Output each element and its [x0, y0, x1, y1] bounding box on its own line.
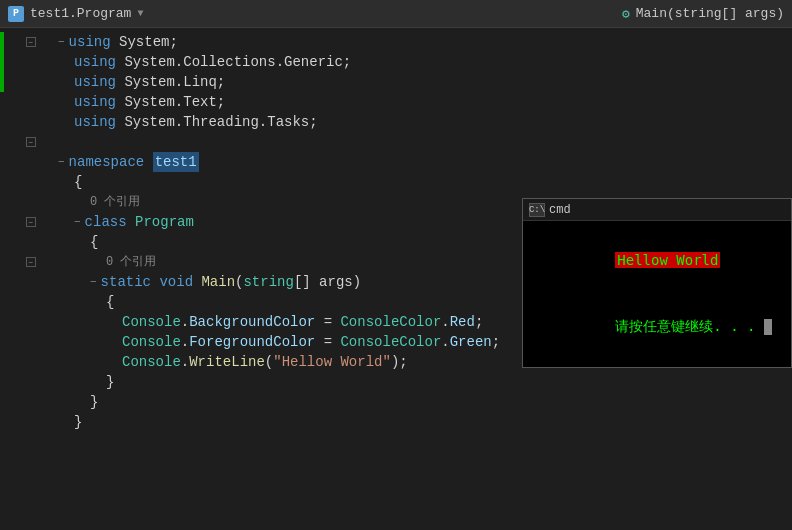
gutter-line-18	[0, 372, 38, 392]
code-area[interactable]: −using System; using System.Collections.…	[38, 28, 792, 530]
title-bar: P test1.Program ▼ ⚙ Main(string[] args)	[0, 0, 792, 28]
method-label: Main(string[] args)	[636, 6, 784, 21]
gutter-line-10: −	[0, 212, 38, 232]
code-line-7: −namespace test1	[38, 152, 792, 172]
terminal-cursor	[764, 319, 772, 335]
gutter-line-13	[0, 272, 38, 292]
terminal-window: C:\ cmd Hellow World 请按任意键继续. . .	[522, 198, 792, 368]
gutter-line-12: −	[0, 252, 38, 272]
gutter-line-2	[0, 52, 38, 72]
gutter-line-1: −	[0, 32, 38, 52]
terminal-press-text: 请按任意键继续. . .	[615, 318, 764, 334]
terminal-hello-text: Hellow World	[615, 252, 720, 268]
editor-area: − − − − −using System;	[0, 28, 792, 530]
code-line-8: {	[38, 172, 792, 192]
collapse-btn-10[interactable]: −	[26, 217, 36, 227]
code-line-6	[38, 132, 792, 152]
code-line-4: using System.Text;	[38, 92, 792, 112]
gutter-line-6: −	[0, 132, 38, 152]
collapse-btn-6[interactable]: −	[26, 137, 36, 147]
terminal-content: Hellow World 请按任意键继续. . .	[523, 221, 791, 367]
code-line-3: using System.Linq;	[38, 72, 792, 92]
gutter-line-21	[0, 432, 38, 452]
code-line-20: }	[38, 412, 792, 432]
program-icon: P	[8, 6, 24, 22]
gutter-line-7	[0, 152, 38, 172]
gutter-line-3	[0, 72, 38, 92]
code-line-2: using System.Collections.Generic;	[38, 52, 792, 72]
code-line-1: −using System;	[38, 32, 792, 52]
gutter-line-15	[0, 312, 38, 332]
gutter-line-16	[0, 332, 38, 352]
scroll-indicator	[0, 32, 4, 52]
code-line-19: }	[38, 392, 792, 412]
gutter-line-19	[0, 392, 38, 412]
gutter-line-20	[0, 412, 38, 432]
gutter-line-11	[0, 232, 38, 252]
terminal-titlebar: C:\ cmd	[523, 199, 791, 221]
title-left: P test1.Program ▼	[8, 6, 143, 22]
terminal-icon: C:\	[529, 203, 545, 217]
gutter-line-5	[0, 112, 38, 132]
collapse-btn-12[interactable]: −	[26, 257, 36, 267]
code-line-18: }	[38, 372, 792, 392]
terminal-title: cmd	[549, 203, 571, 217]
file-title: test1.Program	[30, 6, 131, 21]
method-icon: ⚙	[622, 6, 630, 22]
code-line-5: using System.Threading.Tasks;	[38, 112, 792, 132]
title-right: ⚙ Main(string[] args)	[622, 6, 784, 22]
gutter-line-17	[0, 352, 38, 372]
title-dropdown[interactable]: ▼	[137, 8, 143, 19]
terminal-press-line: 请按任意键继续. . .	[531, 293, 783, 359]
gutter-line-22	[0, 452, 38, 472]
gutter-line-14	[0, 292, 38, 312]
terminal-hello-line: Hellow World	[531, 227, 783, 293]
gutter-line-4	[0, 92, 38, 112]
gutter: − − − −	[0, 28, 38, 530]
collapse-btn-1[interactable]: −	[26, 37, 36, 47]
gutter-line-8	[0, 172, 38, 192]
gutter-line-9	[0, 192, 38, 212]
